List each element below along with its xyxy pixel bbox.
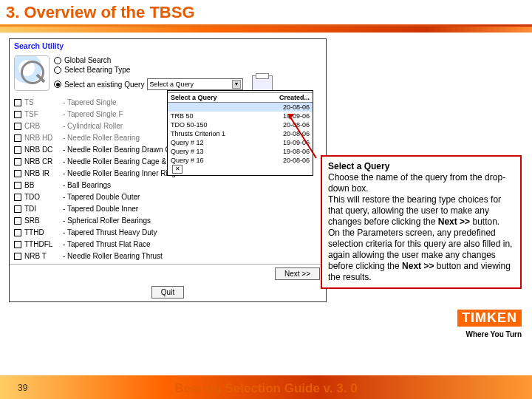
checkbox-icon[interactable]: [14, 111, 21, 118]
magnifier-icon: [14, 55, 50, 91]
next-button[interactable]: Next >>: [275, 267, 320, 280]
checkbox-icon[interactable]: [14, 134, 21, 142]
checkbox-icon[interactable]: [14, 194, 21, 201]
type-code: BB: [24, 180, 60, 191]
bearing-type-row[interactable]: TTHDFL- Tapered Thrust Flat Race: [14, 239, 321, 250]
panel-heading: Search Utility: [10, 39, 326, 52]
dropdown-item-name: TRB 50: [171, 112, 194, 120]
type-name: - Needle Roller Bearing Thrust: [63, 250, 163, 262]
svg-line-0: [288, 114, 316, 158]
type-name: - Needle Roller Bearing: [63, 132, 140, 144]
checkbox-icon[interactable]: [14, 170, 21, 177]
type-code: TSF: [24, 109, 60, 120]
radio-label: Select an existing Query: [64, 81, 144, 89]
brand-block: TIMKEN Where You Turn: [457, 310, 522, 340]
callout-line: button.: [472, 216, 499, 227]
type-name: - Ball Bearings: [63, 180, 111, 191]
radio-icon: [54, 66, 61, 74]
radio-icon: [54, 57, 61, 64]
dropdown-item-date: 20-08-06: [283, 103, 310, 112]
select-value: Select a Query: [149, 81, 194, 88]
checkbox-icon[interactable]: [14, 99, 21, 106]
bearing-type-row[interactable]: BB- Ball Bearings: [14, 180, 321, 191]
type-code: NRB DC: [24, 144, 60, 156]
checkbox-icon[interactable]: [14, 217, 21, 225]
checkbox-icon[interactable]: [14, 241, 21, 248]
type-name: - Tapered Double Outer: [63, 191, 140, 203]
checkbox-icon[interactable]: [14, 229, 21, 236]
dropdown-item-name: Query # 12: [171, 138, 204, 147]
type-code: NRB CR: [24, 156, 60, 168]
dropdown-item[interactable]: 20-08-06: [168, 103, 313, 112]
bearing-type-row[interactable]: NRB T- Needle Roller Bearing Thrust: [14, 250, 321, 262]
type-code: TS: [24, 97, 60, 109]
panel-buttons: Next >>: [10, 264, 326, 283]
dropdown-header-right: Created...: [279, 94, 310, 101]
close-icon[interactable]: ✕: [172, 165, 183, 174]
radio-label: Global Search: [64, 56, 111, 64]
slide-title: 3. Overview of the TBSG: [0, 0, 532, 27]
type-code: TDI: [24, 203, 60, 215]
bearing-type-row[interactable]: TDO- Tapered Double Outer: [14, 191, 321, 203]
divider: [0, 27, 532, 33]
bearing-type-row[interactable]: TDI- Tapered Double Inner: [14, 203, 321, 215]
callout-next: Next >>: [438, 216, 470, 227]
callout-line: Choose the name of the query from the dr…: [328, 172, 505, 194]
type-name: - Cylindrical Roller: [63, 120, 123, 132]
bearing-type-row[interactable]: TTHD- Tapered Thrust Heavy Duty: [14, 227, 321, 239]
checkbox-icon[interactable]: [14, 253, 21, 260]
radio-icon: [54, 81, 61, 88]
type-name: - Tapered Thrust Flat Race: [63, 239, 151, 250]
chevron-down-icon[interactable]: ▾: [232, 80, 241, 89]
checkbox-icon[interactable]: [14, 182, 21, 189]
radio-global[interactable]: Global Search: [54, 55, 321, 65]
callout-arrow: [288, 114, 318, 166]
slide-content: Search Utility Global Search Select Bear…: [0, 33, 532, 372]
bearing-type-row[interactable]: SRB- Spherical Roller Bearings: [14, 215, 321, 227]
checkbox-icon[interactable]: [14, 158, 21, 166]
checkbox-icon[interactable]: [14, 146, 21, 154]
type-name: - Tapered Double Inner: [63, 203, 138, 215]
panel-top: Global Search Select Bearing Type Select…: [10, 52, 326, 95]
brand-logo: TIMKEN: [457, 310, 522, 327]
type-name: - Tapered Single F: [63, 109, 123, 120]
query-select[interactable]: Select a Query ▾: [147, 78, 243, 90]
type-name: - Tapered Thrust Heavy Duty: [63, 227, 157, 239]
radio-bearing-type[interactable]: Select Bearing Type: [54, 65, 321, 75]
dropdown-header-left: Select a Query: [171, 94, 217, 101]
callout-heading: Select a Query: [328, 161, 389, 171]
dropdown-item-name: TDO 50-150: [171, 120, 208, 129]
footer-title: Bearing Selection Guide v. 3. 0: [0, 381, 532, 396]
type-code: NRB HD: [24, 132, 60, 144]
dropdown-item-name: Thrusts Criterion 1: [171, 129, 225, 138]
callout-next: Next >>: [402, 261, 434, 271]
dropdown-item-name: Query # 16: [171, 156, 204, 165]
type-code: SRB: [24, 215, 60, 227]
search-mode-group: Global Search Select Bearing Type Select…: [54, 55, 321, 94]
callout-box: Select a Query Choose the name of the qu…: [321, 155, 522, 289]
type-name: - Needle Roller Bearing Inner Rings: [63, 168, 180, 180]
dropdown-item-name: Query # 13: [171, 147, 204, 156]
dropdown-header: Select a Query Created...: [168, 93, 313, 103]
panel-buttons-2: Quit: [10, 283, 326, 301]
type-code: TDO: [24, 191, 60, 203]
radio-label: Select Bearing Type: [64, 66, 130, 74]
checkbox-icon[interactable]: [14, 205, 21, 213]
type-code: TTHD: [24, 227, 60, 239]
type-name: - Needle Roller Bearing Drawn Cup: [63, 144, 179, 156]
type-code: NRB T: [24, 250, 60, 262]
type-name: - Tapered Single: [63, 97, 117, 109]
checkbox-icon[interactable]: [14, 123, 21, 130]
quit-button[interactable]: Quit: [151, 286, 184, 299]
brand-tagline: Where You Turn: [466, 330, 522, 338]
type-name: - Spherical Roller Bearings: [63, 215, 151, 227]
type-code: NRB IR: [24, 168, 60, 180]
type-code: TTHDFL: [24, 239, 60, 250]
type-code: CRB: [24, 120, 60, 132]
